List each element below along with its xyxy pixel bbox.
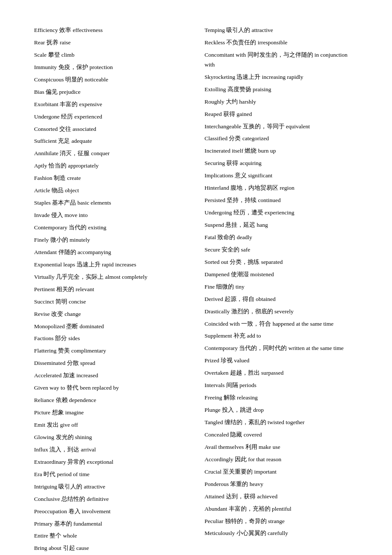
english-definition: equivalent <box>286 123 310 130</box>
english-definition: hang <box>257 222 268 228</box>
english-definition: experienced <box>75 113 102 120</box>
list-item: Revise 改变 change <box>34 309 187 319</box>
list-item: Freeing 解除 releasing <box>205 393 358 403</box>
english-word: Influx <box>34 446 48 453</box>
english-definition: object <box>65 187 79 194</box>
list-item: Suspend 悬挂，延迟 hang <box>205 220 358 230</box>
english-word: Sufficient <box>34 138 57 144</box>
english-word: Persisted <box>205 197 225 203</box>
english-definition: continued <box>258 197 281 203</box>
english-definition: burn up <box>258 147 276 154</box>
chinese-translation: 相关的 <box>56 286 74 292</box>
chinese-translation: 时代 <box>43 471 55 477</box>
list-item: Crucial 至关重要的 important <box>205 467 358 477</box>
list-item: Abundant 丰富的，充裕的 plentiful <box>205 504 358 514</box>
chinese-translation: 交往 <box>59 126 71 132</box>
english-word: Undergoing <box>205 209 232 216</box>
english-word: Entire <box>34 532 48 539</box>
list-item: Sufficient 充足 adequate <box>34 136 187 146</box>
list-item: Plunge 投入，跳进 drop <box>205 405 358 415</box>
english-definition: raise <box>60 39 70 46</box>
list-item: Scale 攀登 climb <box>34 50 187 60</box>
english-word: Peculiar <box>205 518 223 524</box>
list-item: Tangled 缠结的，紊乱的 twisted together <box>205 418 358 428</box>
chinese-translation: 分散 <box>67 360 79 366</box>
english-definition: for that reason <box>248 456 281 462</box>
list-item: Bring about 引起 cause <box>34 543 187 553</box>
english-word: Invade <box>34 212 50 218</box>
list-item: Classified 分类 categorized <box>205 134 358 144</box>
english-definition: heavy <box>250 481 263 487</box>
chinese-translation: 补充 <box>233 332 245 339</box>
list-item: Accordingly 因此 for that reason <box>205 455 358 465</box>
chinese-translation: 发出 <box>47 422 59 428</box>
english-word: Picture <box>34 409 50 416</box>
english-definition: written at the same time <box>288 345 344 351</box>
chinese-translation: 垄断 <box>66 323 78 330</box>
chinese-translation: 同时发生的，与之伴随的 <box>248 52 313 58</box>
english-definition: shining <box>75 434 92 440</box>
english-word: Reaped <box>205 111 222 117</box>
english-word: Article <box>34 187 50 194</box>
list-item: Attained 达到，获得 achieved <box>205 492 358 502</box>
english-word: Roughly <box>205 98 225 105</box>
chinese-translation: 投入，跳进 <box>222 407 252 413</box>
english-word: Hinterland <box>205 185 229 191</box>
english-definition: periods <box>239 382 257 388</box>
chinese-translation: 丰富的 <box>60 101 78 107</box>
list-item: Factions 部分 sides <box>34 334 187 344</box>
chinese-translation: 想象 <box>52 409 64 416</box>
list-item: Incinerated itself 燃烧 burn up <box>205 146 358 156</box>
english-word: Classified <box>205 135 228 142</box>
list-item: Supplement 补充 add to <box>205 331 358 341</box>
list-item: Hinterland 腹地，内地贸易区 region <box>205 183 358 193</box>
list-item: Coincided with 一致，符合 happened at the sam… <box>205 319 358 329</box>
english-definition: gained <box>236 111 252 117</box>
english-definition: expensive <box>79 101 102 107</box>
chinese-translation: 制造 <box>54 175 66 181</box>
english-word: Exorbitant <box>34 101 58 107</box>
list-item: Dampened 使潮湿 moistened <box>205 270 358 280</box>
english-word: Prized <box>205 357 219 364</box>
chinese-translation: 因此 <box>235 456 247 462</box>
english-definition: severely <box>274 308 294 315</box>
chinese-translation: 坚持，持续 <box>227 197 257 203</box>
english-definition: effectiveness <box>73 27 103 33</box>
list-item: Rear 抚养 raise <box>34 38 187 48</box>
list-item: Bias 偏见 prejudice <box>34 87 187 97</box>
english-definition: give off <box>60 422 78 428</box>
chinese-translation: 获得 <box>223 111 235 117</box>
english-word: Reckless <box>205 39 225 46</box>
english-word: Undergone <box>34 113 60 120</box>
english-word: Consorted <box>34 126 58 132</box>
english-definition: drop <box>253 407 264 413</box>
english-word: Concealed <box>205 431 229 438</box>
list-item: Succinct 简明 concise <box>34 297 187 307</box>
english-word: Flattering <box>34 347 57 354</box>
list-item: Attendant 伴随的 accompanying <box>34 248 187 257</box>
english-definition: happened at the same time <box>273 321 334 327</box>
list-item: Persisted 坚持，持续 continued <box>205 196 358 205</box>
chinese-translation: 效率 <box>59 27 71 33</box>
chinese-translation: 偏见 <box>46 89 58 95</box>
right-column: Temping 吸引人的 attractiveReckless 不负责任的 ir… <box>205 26 358 553</box>
chinese-translation: 卷入 <box>69 508 81 515</box>
chinese-translation: 几乎完全，实际上 <box>56 274 104 280</box>
list-item: Fatal 致命的 deadly <box>205 233 358 243</box>
left-column: Efficiency 效率 effectivenessRear 抚养 raise… <box>34 26 187 553</box>
list-item: Implications 意义 significant <box>205 171 358 181</box>
chinese-translation: 明显的 <box>65 76 83 83</box>
english-word: Avail themselves <box>205 444 244 450</box>
english-word: Staples <box>34 199 51 206</box>
chinese-translation: 大约 <box>226 98 238 105</box>
list-item: Drastically 激烈的，彻底的 severely <box>205 307 358 317</box>
english-word: Primary <box>34 520 53 527</box>
english-definition: twisted together <box>268 419 305 425</box>
english-definition: cause <box>76 545 89 551</box>
chinese-translation: 伴随的 <box>58 249 76 255</box>
english-definition: important <box>254 468 277 475</box>
chinese-translation: 部分 <box>55 335 67 341</box>
english-word: Revise <box>34 311 50 317</box>
english-word: Given way to <box>34 384 65 391</box>
list-item: Ponderous 笨重的 heavy <box>205 480 358 489</box>
